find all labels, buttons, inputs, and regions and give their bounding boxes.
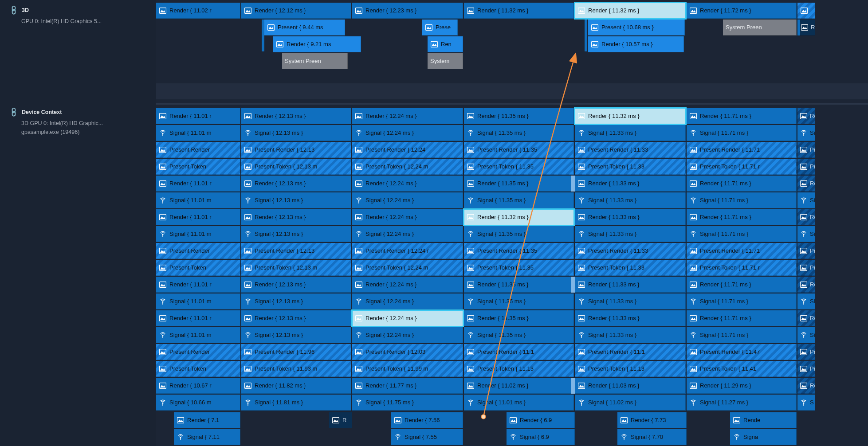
hatched-event[interactable]: Present Token bbox=[156, 361, 240, 377]
render-event[interactable]: Render { 12.24 ms } bbox=[352, 310, 463, 326]
hatched-event[interactable]: Present Token { 11.71 r bbox=[687, 159, 797, 175]
hatched-event[interactable]: Present Token { 11.93 m bbox=[241, 361, 351, 377]
track-dc-process-label[interactable]: gpasample.exe (19496) bbox=[0, 128, 156, 137]
dark-event[interactable]: Re bbox=[798, 20, 815, 35]
render-event[interactable]: Render { 10.67 r bbox=[156, 378, 240, 394]
render-event[interactable]: Render { 6.9 bbox=[507, 412, 575, 428]
hatched-dark-event[interactable]: Re bbox=[797, 378, 815, 394]
signal-event[interactable]: Signal { 7.11 bbox=[174, 429, 240, 445]
render-event[interactable]: Render { 11.35 ms } bbox=[464, 277, 574, 293]
signal-event[interactable]: Signal { 11.01 m bbox=[156, 125, 240, 141]
render-event[interactable]: Render { 11.82 ms } bbox=[241, 378, 351, 394]
hatched-event[interactable]: Present Render { 11.96 bbox=[241, 344, 351, 360]
render-event[interactable]: Render { 11.01 r bbox=[156, 310, 240, 326]
render-event[interactable]: Render { 11.03 ms } bbox=[575, 378, 686, 394]
signal-event[interactable]: Signal { 12.24 ms } bbox=[352, 327, 463, 343]
hatched-event[interactable]: Present Token { 11.35 bbox=[464, 260, 574, 276]
hatched-event[interactable]: Present Token { 11.71 r bbox=[687, 260, 797, 276]
hatched-event[interactable]: Present Render { 11.35 bbox=[464, 142, 574, 158]
render-event[interactable]: Render { 11.72 ms } bbox=[687, 3, 797, 19]
render-event[interactable]: Render { 11.71 ms } bbox=[687, 176, 797, 192]
signal-event[interactable]: Signal { 11.33 ms } bbox=[575, 327, 686, 343]
render-event[interactable]: Render { 11.35 ms } bbox=[464, 176, 574, 192]
hatched-dark-event[interactable]: Re bbox=[797, 108, 815, 124]
timeline-track-area[interactable]: Render { 11.02 rRender { 12.12 ms }Rende… bbox=[156, 0, 868, 446]
signal-event[interactable]: Signal { 11.27 ms } bbox=[687, 395, 797, 411]
render-event[interactable]: Render { 11.71 ms } bbox=[687, 209, 797, 225]
signal-event[interactable]: Signal { 11.35 ms } bbox=[464, 226, 574, 242]
hatched-event[interactable]: Present Render bbox=[156, 344, 240, 360]
render-event[interactable]: Render { 12.13 ms } bbox=[241, 176, 351, 192]
render-event[interactable]: Render { 11.71 ms } bbox=[687, 108, 797, 124]
signal-event[interactable]: Signal { 10.66 m bbox=[156, 395, 240, 411]
present-event[interactable]: Prese bbox=[422, 20, 458, 35]
hatched-event[interactable]: Present Render bbox=[156, 142, 240, 158]
hatched-event[interactable]: Present Token { 11.33 bbox=[575, 260, 686, 276]
signal-event[interactable]: Signal { 11.02 ms } bbox=[575, 395, 686, 411]
signal-event[interactable]: Signal { 11.01 m bbox=[156, 293, 240, 309]
signal-event[interactable]: Sig bbox=[797, 192, 815, 208]
present-event[interactable]: Present { 10.68 ms } bbox=[588, 20, 685, 35]
signal-event[interactable]: Signal { 11.71 ms } bbox=[687, 192, 797, 208]
signal-event[interactable]: Signal { 7.55 bbox=[391, 429, 463, 445]
hatched-event[interactable]: Present Render { 11.33 bbox=[575, 142, 686, 158]
hatched-event[interactable]: Present Token { 11.13 bbox=[464, 361, 574, 377]
track-dc-gpu0-label[interactable]: 3D GPU 0: Intel(R) HD Graphic... bbox=[0, 119, 156, 128]
hatched-event[interactable]: Present Render { 11.35 bbox=[464, 243, 574, 259]
signal-event[interactable]: Signal { 11.71 ms } bbox=[687, 327, 797, 343]
render-event[interactable]: Render { 11.01 r bbox=[156, 108, 240, 124]
signal-event[interactable]: Signal { 7.70 bbox=[617, 429, 687, 445]
render-event[interactable]: Render { 11.33 ms } bbox=[575, 176, 686, 192]
hatched-event[interactable]: Present Token { 11.41 bbox=[687, 361, 797, 377]
render-event[interactable]: Render { 11.32 ms } bbox=[575, 108, 686, 124]
hatched-event[interactable]: Present Token { 11.33 bbox=[575, 159, 686, 175]
signal-event[interactable]: Sig bbox=[797, 226, 815, 242]
render-event[interactable]: Render { 7.56 bbox=[391, 412, 463, 428]
hatched-dark-event[interactable]: Re bbox=[797, 176, 815, 192]
render-event[interactable]: Render { 11.33 ms } bbox=[575, 310, 686, 326]
signal-event[interactable]: Signal { 12.24 ms } bbox=[352, 293, 463, 309]
hatched-event[interactable]: Present Token { 12.24 m bbox=[352, 260, 463, 276]
track-group-3d[interactable]: 🔗 3D bbox=[0, 4, 156, 17]
render-event[interactable]: Render { 12.24 ms } bbox=[352, 209, 463, 225]
render-event[interactable]: Render { 12.23 ms } bbox=[352, 3, 463, 19]
render-event[interactable]: Render { 11.71 ms } bbox=[687, 277, 797, 293]
render-event[interactable]: Rende bbox=[730, 412, 797, 428]
sys-event[interactable]: System bbox=[428, 53, 463, 69]
signal-event[interactable]: Signal { 11.33 ms } bbox=[575, 226, 686, 242]
hatched-event[interactable]: Present Render { 12.13 bbox=[241, 142, 351, 158]
render-event[interactable]: Render { 11.01 r bbox=[156, 209, 240, 225]
signal-event[interactable]: Signal { 11.35 ms } bbox=[464, 293, 574, 309]
hatched-event[interactable]: Present Render { 11.1 bbox=[464, 344, 574, 360]
signal-event[interactable]: Signal { 12.24 ms } bbox=[352, 125, 463, 141]
signal-event[interactable]: Signal { 11.35 ms } bbox=[464, 327, 574, 343]
hatched-event[interactable]: Present Token { 11.99 m bbox=[352, 361, 463, 377]
signal-event[interactable]: Signal { 12.13 ms } bbox=[241, 125, 351, 141]
signal-event[interactable]: Signal { 11.35 ms } bbox=[464, 192, 574, 208]
signal-event[interactable]: Signal { 11.75 ms } bbox=[352, 395, 463, 411]
signal-event[interactable]: Signal { 12.24 ms } bbox=[352, 226, 463, 242]
render-event[interactable]: Render { 11.02 ms } bbox=[464, 378, 574, 394]
signal-event[interactable]: Signal { 11.01 ms } bbox=[464, 395, 574, 411]
present-event[interactable]: Ren bbox=[428, 36, 463, 52]
render-event[interactable]: Render { 11.01 r bbox=[156, 277, 240, 293]
render-event[interactable]: Render { 11.33 ms } bbox=[575, 277, 686, 293]
render-event[interactable]: Render { 12.24 ms } bbox=[352, 176, 463, 192]
hatched-event[interactable]: Present Token bbox=[156, 260, 240, 276]
hatched-dark-event[interactable]: Re bbox=[797, 310, 815, 326]
render-event[interactable]: Render { 11.77 ms } bbox=[352, 378, 463, 394]
hatched-event[interactable]: Present Token { 12.13 m bbox=[241, 260, 351, 276]
render-event[interactable]: Render { 11.32 ms } bbox=[464, 3, 574, 19]
hatched-event[interactable]: Present Render { 12.24 r bbox=[352, 243, 463, 259]
signal-event[interactable]: Signal { 11.35 ms } bbox=[464, 125, 574, 141]
hatched-dark-event[interactable]: Pre bbox=[797, 344, 815, 360]
render-event[interactable]: Render { 11.02 r bbox=[156, 3, 240, 19]
signal-event[interactable]: Sig bbox=[797, 125, 815, 141]
present-event[interactable]: Present { 9.44 ms bbox=[264, 20, 345, 35]
render-event[interactable]: Render { 11.33 ms } bbox=[575, 209, 686, 225]
render-event[interactable]: Render { 12.12 ms } bbox=[241, 3, 351, 19]
signal-event[interactable]: Signal { 11.01 m bbox=[156, 327, 240, 343]
render-event[interactable]: Render { 11.71 ms } bbox=[687, 310, 797, 326]
render-event[interactable]: Render { 11.29 ms } bbox=[687, 378, 797, 394]
signal-event[interactable]: Signal { 11.71 ms } bbox=[687, 125, 797, 141]
